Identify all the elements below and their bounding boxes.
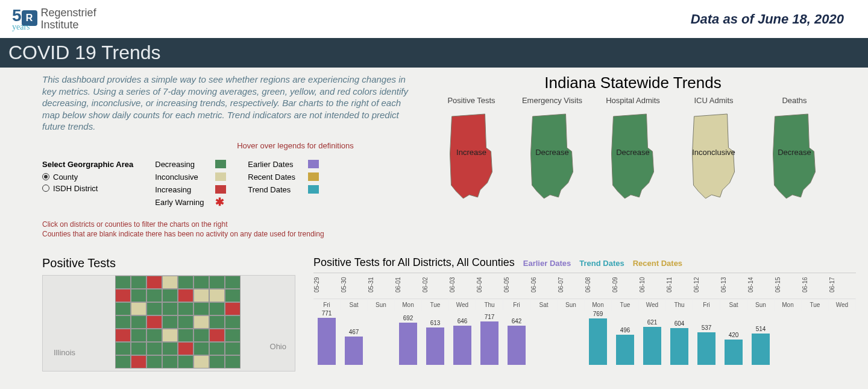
- legend-item[interactable]: Increasing: [155, 185, 226, 194]
- county-cell[interactable]: [146, 315, 162, 329]
- bar-chart[interactable]: 800 600 05-2905-3005-3106-0106-0206-0306…: [313, 273, 856, 369]
- county-cell[interactable]: [146, 289, 162, 302]
- county-cell[interactable]: [162, 302, 178, 315]
- county-cell[interactable]: [162, 342, 178, 355]
- bar: [480, 321, 499, 365]
- county-cell[interactable]: [209, 355, 225, 368]
- date-label: 06-14: [747, 273, 775, 299]
- dow-label: Mon: [775, 299, 802, 311]
- metric-card[interactable]: DeathsDecrease: [757, 96, 832, 202]
- bar-cell[interactable]: 537: [693, 324, 720, 365]
- bar-cell[interactable]: 646: [449, 318, 476, 365]
- bar-cell[interactable]: 692: [395, 315, 422, 364]
- county-cell[interactable]: [178, 276, 193, 289]
- legend-item[interactable]: Recent Dates: [248, 172, 319, 182]
- county-cell[interactable]: [162, 355, 178, 368]
- county-cell[interactable]: [225, 289, 241, 302]
- legend-item[interactable]: Inconclusive: [155, 172, 226, 182]
- bar-cell[interactable]: 613: [422, 320, 449, 364]
- county-cell[interactable]: [115, 355, 131, 368]
- county-cell[interactable]: [146, 329, 162, 342]
- county-cell[interactable]: [193, 276, 209, 289]
- bar-cell[interactable]: 496: [612, 327, 639, 365]
- bar-cell[interactable]: 604: [666, 320, 693, 364]
- county-cell[interactable]: [193, 289, 209, 302]
- legend-trend-dates[interactable]: Trend Dates: [579, 259, 624, 268]
- county-cell[interactable]: [131, 329, 146, 342]
- county-cell[interactable]: [225, 342, 241, 355]
- county-cell[interactable]: [178, 329, 193, 342]
- metric-card[interactable]: Hospital AdmitsDecrease: [596, 96, 670, 202]
- radio-district-label: ISDH District: [53, 184, 98, 193]
- county-cell[interactable]: [115, 276, 131, 289]
- county-cell[interactable]: [162, 276, 178, 289]
- county-cell[interactable]: [178, 302, 193, 315]
- county-cell[interactable]: [115, 329, 131, 342]
- county-cell[interactable]: [131, 276, 146, 289]
- county-cell[interactable]: [209, 302, 225, 315]
- county-cell[interactable]: [146, 355, 162, 368]
- swatch-icon: [308, 185, 319, 194]
- county-cell[interactable]: [162, 289, 178, 302]
- bar-value: 642: [512, 318, 522, 324]
- county-cell[interactable]: [193, 329, 209, 342]
- county-cell[interactable]: [146, 276, 162, 289]
- bar-cell[interactable]: 514: [747, 326, 775, 364]
- county-cell[interactable]: [225, 302, 241, 315]
- county-cell[interactable]: [131, 342, 146, 355]
- radio-county[interactable]: County: [42, 172, 133, 182]
- county-cell[interactable]: [225, 355, 241, 368]
- county-cell[interactable]: [131, 355, 146, 368]
- county-cell[interactable]: [178, 315, 193, 329]
- legend-item[interactable]: Early Warning✱: [155, 198, 226, 207]
- county-cell[interactable]: [193, 315, 209, 329]
- bar-cell[interactable]: 769: [585, 311, 612, 365]
- county-cell[interactable]: [131, 302, 146, 315]
- county-cell[interactable]: [193, 342, 209, 355]
- bar-cell[interactable]: 642: [503, 318, 530, 364]
- county-cell[interactable]: [131, 315, 146, 329]
- metric-card[interactable]: Positive TestsIncrease: [434, 96, 509, 202]
- county-cell[interactable]: [178, 355, 193, 368]
- county-cell[interactable]: [178, 289, 193, 302]
- metric-card[interactable]: Emergency VisitsDecrease: [515, 96, 590, 202]
- bar-cell[interactable]: 420: [720, 332, 747, 365]
- statewide-metrics: Positive TestsIncreaseEmergency VisitsDe…: [434, 96, 856, 202]
- county-cell[interactable]: [115, 342, 131, 355]
- county-cell[interactable]: [225, 329, 241, 342]
- county-cell[interactable]: [131, 289, 146, 302]
- radio-isdh-district[interactable]: ISDH District: [42, 184, 133, 193]
- county-cell[interactable]: [193, 355, 209, 368]
- county-cell[interactable]: [225, 276, 241, 289]
- county-cell[interactable]: [193, 302, 209, 315]
- county-cell[interactable]: [209, 276, 225, 289]
- county-cell[interactable]: [146, 302, 162, 315]
- county-cell[interactable]: [162, 315, 178, 329]
- legend-item[interactable]: Decreasing: [155, 160, 226, 169]
- county-cell[interactable]: [178, 342, 193, 355]
- county-cell[interactable]: [115, 289, 131, 302]
- metric-card[interactable]: ICU AdmitsInconclusive: [676, 96, 751, 202]
- bar-cell[interactable]: 621: [639, 319, 666, 364]
- bar: [399, 323, 418, 364]
- bar: [725, 340, 743, 365]
- dow-label: Mon: [395, 299, 422, 311]
- county-cell[interactable]: [146, 342, 162, 355]
- county-cell[interactable]: [209, 315, 225, 329]
- county-map[interactable]: Illinois Ohio: [42, 275, 295, 372]
- legend-item[interactable]: Trend Dates: [248, 185, 319, 194]
- county-cell[interactable]: [209, 289, 225, 302]
- county-cell[interactable]: [225, 315, 241, 329]
- bar-cell[interactable]: 717: [476, 314, 503, 365]
- legend-earlier-dates[interactable]: Earlier Dates: [523, 259, 571, 268]
- bar: [426, 327, 445, 364]
- county-cell[interactable]: [209, 329, 225, 342]
- legend-item[interactable]: Earlier Dates: [248, 160, 319, 169]
- county-cell[interactable]: [115, 302, 131, 315]
- bar-cell[interactable]: 771: [313, 310, 341, 364]
- bar-cell[interactable]: 467: [341, 329, 368, 365]
- county-cell[interactable]: [209, 342, 225, 355]
- county-cell[interactable]: [115, 315, 131, 329]
- county-cell[interactable]: [162, 329, 178, 342]
- legend-recent-dates[interactable]: Recent Dates: [633, 259, 682, 268]
